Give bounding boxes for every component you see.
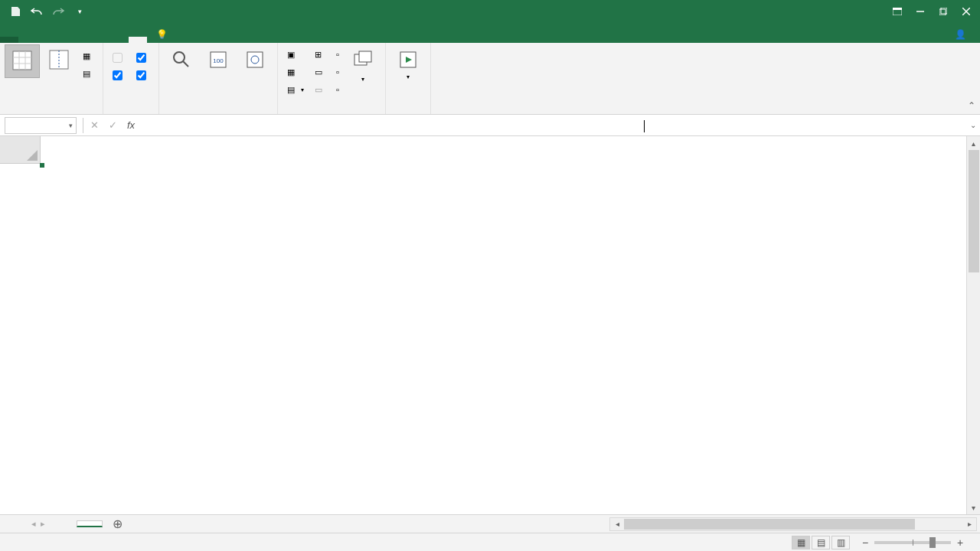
- text-cursor: [644, 120, 645, 132]
- hscroll-thumb[interactable]: [624, 519, 915, 530]
- qat-customize-icon[interactable]: ▾: [70, 2, 89, 21]
- sheet-nav-prev-icon[interactable]: ◂: [31, 519, 36, 529]
- sheet-nav-next-icon[interactable]: ▸: [41, 519, 45, 529]
- zoom-100-button[interactable]: 100: [201, 44, 236, 77]
- scroll-up-icon[interactable]: ▴: [967, 136, 980, 150]
- vertical-scrollbar[interactable]: ▴ ▾: [966, 136, 980, 514]
- spreadsheet-grid: [0, 136, 966, 514]
- ribbon: ▦ ▤ 100: [0, 43, 980, 115]
- pagelayout-icon: ▦: [83, 51, 90, 61]
- tab-formulas[interactable]: [74, 37, 92, 43]
- group-label-show: [108, 111, 154, 114]
- sheet-tab[interactable]: [77, 520, 103, 527]
- switch-windows-button[interactable]: ▾: [345, 44, 381, 86]
- svg-text:100: 100: [213, 57, 224, 64]
- group-label-window: [283, 111, 381, 114]
- selection-box: [41, 164, 44, 167]
- ruler-checkbox: [108, 49, 130, 66]
- svg-rect-18: [247, 52, 263, 67]
- tab-review[interactable]: [110, 37, 129, 43]
- hide-icon: ▭: [315, 67, 322, 77]
- tab-file[interactable]: [0, 37, 18, 43]
- svg-rect-7: [13, 51, 31, 70]
- scroll-right-icon[interactable]: ▸: [962, 520, 976, 528]
- group-label-views: [5, 111, 98, 114]
- lightbulb-icon: 💡: [156, 29, 168, 40]
- formula-input[interactable]: [140, 117, 966, 134]
- view-mode-pagelayout[interactable]: ▤: [812, 536, 830, 549]
- tab-insert[interactable]: [37, 37, 55, 43]
- insert-function-icon[interactable]: fx: [122, 117, 140, 134]
- scroll-down-icon[interactable]: ▾: [967, 500, 980, 514]
- svg-rect-3: [939, 9, 946, 15]
- headings-checkbox[interactable]: [132, 67, 154, 83]
- undo-icon[interactable]: [28, 2, 46, 21]
- zoom-in-button[interactable]: +: [954, 536, 966, 549]
- pagebreak-icon: [47, 47, 71, 72]
- macros-button[interactable]: ▾: [390, 44, 426, 84]
- tell-me-input[interactable]: [172, 29, 295, 40]
- name-box[interactable]: [5, 117, 77, 134]
- split-icon: ⊞: [315, 50, 322, 60]
- vscroll-thumb[interactable]: [969, 150, 979, 272]
- compare-icon[interactable]: ▫: [332, 64, 344, 80]
- sheet-tab-bar: ◂ ▸ ⊕ ◂ ▸: [0, 514, 980, 533]
- zoom-slider-thumb[interactable]: [929, 537, 936, 548]
- reset-pos-icon[interactable]: ▫: [332, 81, 344, 98]
- save-icon[interactable]: [6, 2, 24, 21]
- hide-button[interactable]: ▭: [310, 64, 330, 80]
- horizontal-scrollbar[interactable]: ◂ ▸: [609, 517, 977, 531]
- svg-line-15: [183, 61, 188, 67]
- view-mode-normal[interactable]: ▦: [792, 536, 810, 549]
- collapse-ribbon-icon[interactable]: ⌃: [968, 100, 975, 111]
- share-icon: 👤: [955, 29, 966, 40]
- scroll-left-icon[interactable]: ◂: [610, 520, 624, 528]
- status-bar: ▦ ▤ ▥ − +: [0, 533, 980, 551]
- accept-formula-icon[interactable]: ✓: [103, 117, 122, 134]
- formulabar-checkbox[interactable]: [132, 49, 154, 66]
- signin-button[interactable]: [923, 37, 944, 43]
- gridlines-checkbox[interactable]: [108, 67, 130, 83]
- minimize-icon[interactable]: [910, 2, 931, 21]
- tab-start[interactable]: [18, 37, 37, 43]
- zoom-selection-icon: [243, 47, 267, 72]
- group-label-zoom: [164, 111, 273, 114]
- switch-windows-icon: [351, 47, 375, 72]
- new-window-button[interactable]: ▣: [283, 46, 309, 63]
- freeze-icon: ▤: [287, 85, 295, 95]
- custom-views-icon: ▤: [83, 69, 90, 79]
- title-bar: ▾: [0, 0, 980, 23]
- ribbon-tabs: 💡 👤: [0, 23, 980, 43]
- zoom-out-button[interactable]: −: [859, 536, 871, 549]
- pagebreak-view-button[interactable]: [41, 44, 77, 77]
- select-all-corner[interactable]: [0, 136, 41, 164]
- formula-bar: ✕ ✓ fx ⌄: [0, 115, 980, 136]
- fill-handle[interactable]: [40, 163, 44, 168]
- tell-me[interactable]: 💡: [147, 26, 304, 43]
- expand-formula-bar-icon[interactable]: ⌄: [966, 121, 980, 129]
- unhide-icon: ▭: [315, 85, 322, 95]
- redo-icon[interactable]: [49, 2, 67, 21]
- freeze-panes-button[interactable]: ▤ ▾: [283, 81, 309, 98]
- custom-views-button[interactable]: ▤: [78, 65, 98, 82]
- tab-data[interactable]: [92, 37, 110, 43]
- share-button[interactable]: 👤: [944, 26, 980, 43]
- maximize-icon[interactable]: [933, 2, 954, 21]
- sync-scroll-icon[interactable]: ▫: [332, 46, 344, 63]
- close-icon[interactable]: [956, 2, 977, 21]
- arrange-all-button[interactable]: ▦: [283, 64, 309, 80]
- arrange-icon: ▦: [287, 67, 295, 77]
- tab-pagelayout[interactable]: [55, 37, 74, 43]
- normal-view-button[interactable]: [5, 44, 40, 78]
- zoom-100-icon: 100: [206, 47, 230, 72]
- ribbon-display-icon[interactable]: [887, 2, 908, 21]
- view-mode-pagebreak[interactable]: ▥: [831, 536, 850, 549]
- add-sheet-button[interactable]: ⊕: [109, 516, 126, 533]
- cancel-formula-icon[interactable]: ✕: [85, 117, 103, 134]
- zoom-slider[interactable]: [874, 541, 951, 544]
- tab-view[interactable]: [129, 37, 147, 43]
- zoom-button[interactable]: [164, 44, 199, 77]
- pagelayout-view-button[interactable]: ▦: [78, 47, 98, 64]
- zoom-selection-button[interactable]: [237, 44, 273, 77]
- split-button[interactable]: ⊞: [310, 46, 330, 63]
